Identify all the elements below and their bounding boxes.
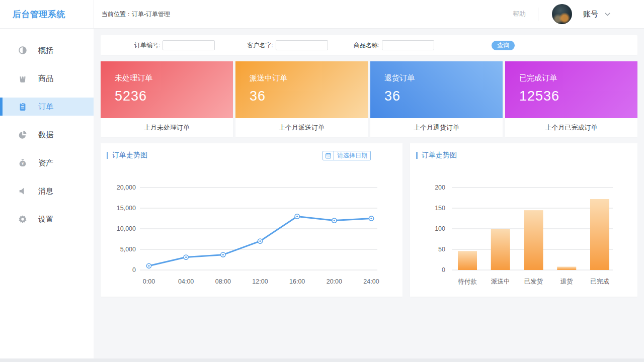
sidebar-item-orders[interactable]: 订单 [0, 98, 94, 116]
svg-text:15,000: 15,000 [117, 205, 136, 212]
svg-text:0: 0 [132, 266, 136, 274]
stat-card-title: 已完成订单 [519, 73, 637, 83]
stat-card-title: 派送中订单 [250, 73, 368, 83]
sidebar-item-label: 概括 [38, 46, 53, 55]
content-area: 订单编号: 客户名字: 商品名称: 查询 未处理订单 5 [94, 29, 644, 358]
stat-card-top: 派送中订单 36 [235, 61, 368, 118]
panel-header: 订单走势图 [416, 151, 457, 160]
pie-chart-icon [18, 130, 28, 140]
main-area: 概括 商品 订单 数据 ¥ [0, 29, 644, 358]
breadcrumb: 当前位置：订单-订单管理 [102, 10, 170, 19]
product-name-input[interactable] [382, 40, 434, 50]
speaker-icon [18, 186, 28, 196]
sidebar-item-assets[interactable]: ¥ 资产 [0, 154, 94, 172]
panel-title: 订单走势图 [112, 151, 147, 160]
calendar-icon: 24 [323, 151, 334, 160]
user-avatar[interactable] [552, 4, 572, 24]
sidebar-item-overview[interactable]: 概括 [0, 41, 94, 59]
svg-text:20,000: 20,000 [117, 184, 136, 191]
money-bag-icon: ¥ [18, 158, 28, 168]
help-link[interactable]: 帮助 [513, 10, 526, 19]
stat-card-returned-orders: 退货订单 36 上个月退货订单 [370, 61, 503, 137]
stat-card-title: 退货订单 [384, 73, 503, 83]
panel-header: 订单走势图 [107, 151, 147, 160]
header-divider [538, 8, 538, 21]
svg-text:退货: 退货 [560, 278, 574, 285]
date-picker[interactable]: 24 请选择日期 [323, 151, 371, 160]
stat-card-completed-orders: 已完成订单 12536 上个月已完成订单 [505, 61, 637, 137]
title-accent-bar [107, 152, 108, 159]
gear-icon [18, 214, 28, 224]
title-accent-bar [416, 152, 418, 159]
stat-card-top: 退货订单 36 [370, 61, 503, 118]
app-logo: 后台管理系统 [13, 9, 94, 20]
order-status-bar-panel: 订单走势图 050100150200待付款派送中已发货退货已完成 [410, 143, 637, 297]
topbar-actions: 帮助 账号 [513, 4, 644, 24]
customer-name-label: 客户名字: [247, 41, 273, 50]
product-name-label: 商品名称: [354, 41, 379, 50]
svg-text:10,000: 10,000 [117, 225, 136, 232]
sidebar: 概括 商品 订单 数据 ¥ [0, 29, 94, 358]
svg-text:08:00: 08:00 [215, 278, 231, 285]
stat-card-footer: 上个月退货订单 [370, 118, 503, 137]
sidebar-item-label: 商品 [38, 74, 53, 83]
sidebar-item-data[interactable]: 数据 [0, 126, 94, 144]
svg-text:派送中: 派送中 [491, 278, 510, 285]
svg-text:16:00: 16:00 [289, 278, 305, 285]
chevron-down-icon[interactable] [603, 10, 612, 19]
stat-card-top: 未处理订单 5236 [101, 61, 233, 118]
breadcrumb-area: 当前位置：订单-订单管理 [94, 0, 513, 29]
sidebar-item-label: 数据 [38, 130, 53, 140]
stat-card-title: 未处理订单 [115, 73, 233, 83]
stat-card-top: 已完成订单 12536 [505, 61, 637, 118]
stat-card-value: 5236 [115, 88, 233, 104]
sidebar-item-messages[interactable]: 消息 [0, 182, 94, 200]
stat-card-value: 36 [250, 88, 368, 104]
sidebar-item-label: 订单 [38, 102, 53, 112]
sidebar-item-products[interactable]: 商品 [0, 69, 94, 87]
order-trend-line-chart: 05,00010,00015,00020,0000:0004:0008:0012… [101, 143, 403, 297]
order-trend-line-panel: 订单走势图 24 请选择日期 05,00010,00015,00020,0000… [101, 143, 403, 297]
charts-row: 订单走势图 24 请选择日期 05,00010,00015,00020,0000… [101, 143, 637, 297]
top-bar: 后台管理系统 当前位置：订单-订单管理 帮助 账号 [0, 0, 644, 29]
svg-text:待付款: 待付款 [458, 278, 477, 285]
stat-card-pending-orders: 未处理订单 5236 上月未处理订单 [101, 61, 233, 137]
svg-text:5,000: 5,000 [120, 246, 136, 253]
svg-text:24:00: 24:00 [363, 278, 379, 285]
panel-title: 订单走势图 [422, 151, 457, 160]
svg-text:100: 100 [435, 225, 445, 232]
svg-text:0: 0 [442, 266, 445, 274]
svg-text:20:00: 20:00 [327, 278, 342, 285]
search-group-order-number: 订单编号: [134, 40, 215, 50]
sidebar-item-label: 设置 [38, 215, 53, 224]
stat-card-footer: 上个月派送订单 [235, 118, 368, 137]
svg-text:已完成: 已完成 [590, 278, 609, 285]
account-menu[interactable]: 账号 [583, 10, 598, 19]
sidebar-item-settings[interactable]: 设置 [0, 210, 94, 228]
stat-card-value: 36 [384, 88, 503, 104]
contrast-icon [18, 45, 28, 55]
svg-text:50: 50 [438, 246, 445, 253]
svg-text:0:00: 0:00 [143, 278, 155, 285]
order-status-bar-chart: 050100150200待付款派送中已发货退货已完成 [410, 143, 637, 297]
date-picker-label: 请选择日期 [334, 151, 370, 160]
svg-text:24: 24 [327, 155, 330, 158]
stat-cards-row: 未处理订单 5236 上月未处理订单 派送中订单 36 上个月派送订单 退货订单 [101, 61, 637, 137]
order-number-label: 订单编号: [134, 41, 160, 50]
query-button[interactable]: 查询 [492, 41, 515, 50]
svg-text:200: 200 [435, 184, 445, 191]
sidebar-item-label: 消息 [38, 187, 53, 196]
stat-card-footer: 上月未处理订单 [101, 118, 233, 137]
svg-text:04:00: 04:00 [178, 278, 194, 285]
sidebar-item-label: 资产 [38, 158, 53, 168]
logo-area: 后台管理系统 [0, 9, 94, 20]
customer-name-input[interactable] [276, 40, 328, 50]
order-search-bar: 订单编号: 客户名字: 商品名称: 查询 [101, 35, 637, 55]
order-number-input[interactable] [163, 40, 215, 50]
stat-card-delivering-orders: 派送中订单 36 上个月派送订单 [235, 61, 368, 137]
clipboard-icon [18, 102, 28, 112]
admin-dashboard: 后台管理系统 当前位置：订单-订单管理 帮助 账号 概括 [0, 0, 644, 362]
search-group-product-name: 商品名称: [354, 40, 434, 50]
svg-text:12:00: 12:00 [252, 278, 268, 285]
svg-text:¥: ¥ [22, 162, 24, 166]
